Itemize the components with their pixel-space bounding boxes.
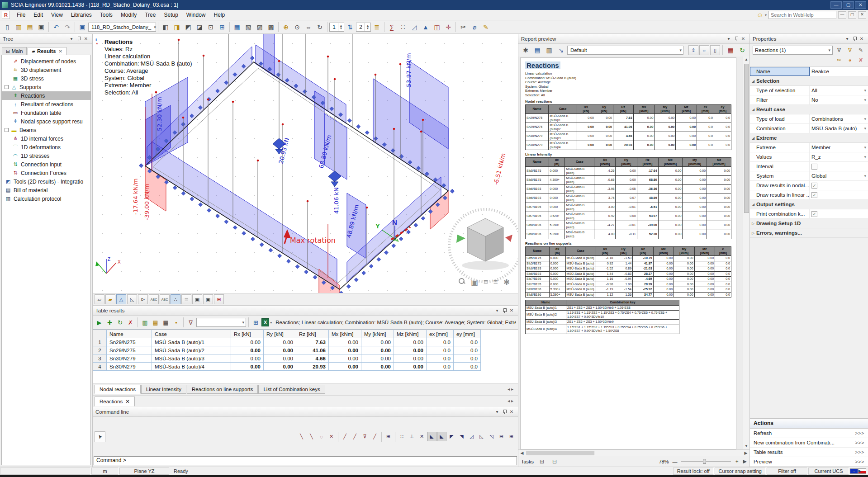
new-project-icon[interactable]: ▯ [2, 22, 13, 33]
filter-icon[interactable]: ∇ [186, 317, 195, 327]
menu-view[interactable]: View [47, 10, 67, 19]
snap-b-icon[interactable]: ◣ [437, 432, 446, 441]
expand-toggle-icon[interactable]: − [5, 128, 9, 132]
doc-tab-reactions[interactable]: Reactions✕ [95, 397, 135, 406]
dropdown-arrow-icon[interactable]: ▾ [864, 145, 866, 150]
group-expand-icon[interactable]: ◢ [750, 108, 756, 112]
regenerate-icon[interactable]: ↻ [115, 317, 125, 327]
report-pin-icon[interactable] [732, 36, 740, 42]
report-horizontal-scrollbar[interactable]: ◀ ▶ [518, 449, 749, 456]
menu-window[interactable]: Window [182, 10, 210, 19]
table-row[interactable]: 2Sn29/N275MSÚ-Sada B (auto)/20.000.0041.… [93, 346, 481, 354]
table-results-close-icon[interactable]: ✕ [508, 308, 515, 313]
view-compact-icon[interactable]: ▤ [151, 317, 160, 327]
status-empty-box[interactable] [0, 468, 90, 475]
zoom-out-icon[interactable]: — [673, 459, 678, 464]
property-value-name[interactable]: Reakce [810, 69, 868, 74]
show-supports-icon[interactable]: △ [116, 294, 126, 304]
brush-icon[interactable]: ✑ [835, 56, 844, 65]
tree-tab-results[interactable]: ▰Results✕ [28, 47, 66, 55]
menu-setup[interactable]: Setup [160, 10, 182, 19]
table-filter-combo[interactable]: ▾ [196, 318, 246, 327]
tasks-tab[interactable]: Tasks [521, 459, 534, 464]
rotate-view-icon[interactable]: ↻ [314, 22, 325, 33]
project-window-icon[interactable]: ▣ [77, 22, 88, 33]
czech-flag-icon[interactable] [858, 468, 866, 474]
mdi-minimize-button[interactable]: — [838, 11, 846, 19]
property-value-type-of-load[interactable]: Combinations▾ [810, 116, 868, 122]
status-current-ucs[interactable]: Current UCS [808, 468, 849, 475]
snap-endpoint-icon[interactable]: ╲ [297, 432, 306, 441]
expand-toggle-icon[interactable]: − [5, 85, 9, 89]
edit-pencil-icon[interactable]: ✎ [856, 46, 865, 55]
report-collapse-icon[interactable]: ▾ [725, 36, 732, 41]
dropdown-arrow-icon[interactable]: ▾ [864, 98, 866, 102]
property-value-draw-results-in-nodal[interactable]: ✓ [810, 183, 868, 189]
page-single-icon[interactable]: ⊟ [550, 457, 559, 466]
sheet-tab-nav[interactable]: ◂ ▸ [505, 385, 516, 393]
dropdown-arrow-icon[interactable]: ▾ [864, 174, 866, 178]
table-results-collapse-icon[interactable]: ▾ [493, 308, 501, 313]
snap-line-icon[interactable]: ╲ [307, 432, 316, 441]
fit-height-icon[interactable]: ⇕ [688, 45, 698, 55]
snap-intersection-icon[interactable]: ✕ [327, 432, 336, 441]
annotate-icon[interactable]: ✎ [480, 22, 491, 33]
tree-item-3d-stress[interactable]: ▦3D stress [2, 74, 90, 83]
property-group-extreme[interactable]: ◢Extreme [750, 133, 868, 143]
tree-item-connection-input[interactable]: ⇅Connection input [2, 160, 90, 169]
tree-item-connection-forces[interactable]: ⇅Connection Forces [2, 169, 90, 177]
tree-item-3d-displacement[interactable]: ≋3D displacement [2, 66, 90, 74]
snap-a-icon[interactable]: ◣ [427, 432, 436, 441]
render-mode-icon[interactable]: ◧ [160, 22, 171, 33]
activity-icon[interactable]: ⇅ [345, 22, 356, 33]
snap-c-icon[interactable]: ◤ [447, 432, 456, 441]
report-template-combo[interactable]: Default▾ [567, 46, 683, 55]
refresh-play-icon[interactable]: ▶ [95, 317, 104, 327]
results-icon[interactable]: ▲ [420, 22, 431, 33]
layers-icon[interactable]: ≣ [371, 22, 382, 33]
report-vertical-scrollbar[interactable]: ▲ ▼ [743, 57, 749, 449]
language-flag-icon[interactable]: ∙∙∙ [850, 468, 858, 474]
polar-icon[interactable]: ✕ [417, 432, 427, 441]
command-line-collapse-icon[interactable]: ▾ [493, 409, 501, 414]
feedback-smiley-icon[interactable]: ☺ [757, 11, 763, 19]
mdi-restore-button[interactable]: ▢ [848, 11, 856, 19]
print-icon[interactable]: ▥ [544, 45, 555, 56]
tree-item-foundation-table[interactable]: ▭Foundation table [2, 109, 90, 117]
scroll-left-icon[interactable]: ◀ [518, 451, 526, 455]
command-line-pin-icon[interactable] [501, 409, 508, 415]
status-m[interactable]: m [91, 468, 119, 475]
checkbox[interactable] [811, 164, 817, 170]
dim2-icon[interactable]: ⊞ [507, 432, 516, 441]
layer-up-icon[interactable]: ≡ [484, 278, 488, 287]
shading-icon[interactable]: ◨ [171, 22, 182, 33]
tree-item-1d-deformations[interactable]: ⌒1D deformations [2, 143, 90, 151]
save-icon[interactable]: ▤ [24, 22, 35, 33]
dim-icon[interactable]: ⊟ [497, 432, 506, 441]
property-value-system[interactable]: Global▾ [810, 173, 868, 179]
menu-tools[interactable]: Tools [96, 10, 117, 19]
window-cascade-icon[interactable]: ▣ [203, 294, 213, 304]
group-expand-icon[interactable]: ▷ [750, 222, 756, 226]
table-row[interactable]: 1Sn29/N275MSÚ-Sada B (auto)/10.000.007.6… [93, 338, 481, 346]
mesh-icon[interactable]: ∷ [398, 22, 408, 33]
open-icon[interactable]: ▥ [13, 22, 24, 33]
tree-item-1d-stresses[interactable]: ◠1D stresses [2, 151, 90, 160]
solver-setup-icon[interactable]: ◿ [409, 22, 420, 33]
clear-icon[interactable]: ✘ [856, 56, 865, 65]
tree-collapse-icon[interactable]: ▾ [68, 36, 75, 41]
dropdown-arrow-icon[interactable]: ▾ [864, 155, 866, 159]
action-table-results[interactable]: Table results>>> [750, 448, 868, 457]
mdi-app-icon[interactable]: R [2, 11, 10, 19]
properties-close-icon[interactable]: ✕ [858, 36, 865, 41]
property-value-extreme[interactable]: Member▾ [810, 145, 868, 150]
status-plane-yz[interactable]: Plane YZ [119, 468, 169, 475]
tree-tab-main[interactable]: ⊟Main [2, 47, 27, 55]
zoom-window-icon[interactable]: ⊙ [292, 22, 303, 33]
group-expand-icon[interactable]: ▷ [750, 231, 756, 235]
tree-item-tools-2d-results-integratio[interactable]: ◩Tools (2D results) - Integratio [2, 177, 90, 186]
report-refresh-icon[interactable]: ↻ [737, 45, 748, 56]
print-setup-icon[interactable]: ▤ [532, 45, 543, 56]
properties-collapse-icon[interactable]: ▾ [844, 36, 851, 41]
tree-item-nodal-space-support-resu[interactable]: ↟Nodal space support resu [2, 117, 90, 126]
